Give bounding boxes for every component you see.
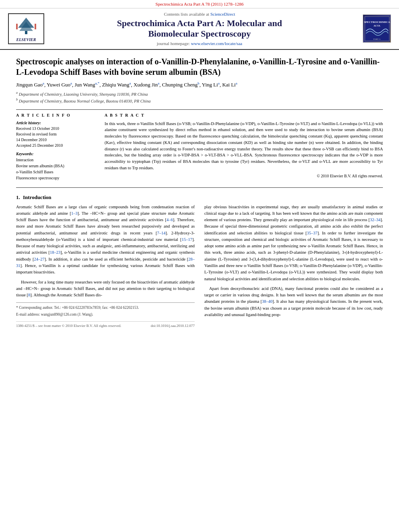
journal-header: ELSEVIER Contents lists available at Sci…: [0, 8, 399, 50]
journal-title: Spectrochimica Acta Part A: Molecular an…: [44, 18, 355, 39]
footnote-email: E-mail address: wangjun890@126.com (J. W…: [16, 312, 195, 317]
keyword-3: o-Vanillin Schiff Bases: [16, 169, 97, 175]
article-history: Article history: Received 13 October 201…: [16, 121, 97, 148]
section1-number: 1.: [16, 194, 20, 200]
article-info-panel: A R T I C L E I N F O Article history: R…: [16, 113, 97, 184]
footnote-area: * Corresponding author. Tel.: +86 024 62…: [16, 302, 195, 317]
affiliation-a: a Department of Chemistry, Liaoning Univ…: [16, 90, 383, 97]
affiliation-b: b Department of Chemistry, Baotou Normal…: [16, 97, 383, 104]
contents-available-line: Contents lists available at ScienceDirec…: [44, 12, 355, 16]
main-content: Spectroscopic analyses on interaction of…: [0, 50, 399, 337]
svg-rect-5: [35, 24, 36, 29]
article-info-heading: A R T I C L E I N F O: [16, 113, 97, 117]
abstract-heading: A B S T R A C T: [105, 113, 383, 117]
footer-doi: doi:10.1016/j.saa.2010.12.077: [151, 323, 195, 329]
journal-citation: Spectrochimica Acta Part A 78 (2011) 127…: [156, 2, 244, 6]
page-container: Spectrochimica Acta Part A 78 (2011) 127…: [0, 0, 399, 532]
body-two-col: Aromatic Schiff Bases are a large class …: [16, 204, 383, 329]
keywords-list: Interaction Bovine serum albumin (BSA) o…: [16, 157, 97, 181]
received-date: Received 13 October 2010: [16, 126, 97, 131]
journal-homepage: journal homepage: www.elsevier.com/locat…: [44, 41, 355, 46]
affiliations: a Department of Chemistry, Liaoning Univ…: [16, 90, 383, 105]
sciencedirect-link[interactable]: ScienceDirect: [210, 12, 235, 16]
body-para-2: However, for a long time many researches…: [16, 279, 195, 299]
contents-text: Contents lists available at: [164, 12, 210, 16]
authors-line: Jingqun Gaoa, Yuwei Guoa, Jun Wanga,*, Z…: [16, 81, 383, 88]
keyword-2: Bovine serum albumin (BSA): [16, 163, 97, 169]
elsevier-wordmark: ELSEVIER: [11, 37, 41, 42]
svg-rect-4: [16, 24, 18, 29]
top-bar: Spectrochimica Acta Part A 78 (2011) 127…: [0, 0, 399, 8]
divider-top: [16, 109, 383, 110]
svg-text:ACTA: ACTA: [373, 25, 380, 27]
elsevier-logo-left: ELSEVIER: [8, 13, 44, 44]
body-para-4: Apart from deoxyribonucleic acid (DNA), …: [204, 286, 383, 318]
history-label: Article history:: [16, 121, 97, 125]
abstract-text: In this work, three o-Vanillin Schiff Ba…: [105, 121, 383, 171]
svg-text:SPECTROCHIMICA: SPECTROCHIMICA: [364, 21, 390, 24]
keywords-section: Keywords: Interaction Bovine serum album…: [16, 152, 97, 181]
section1-heading: 1. Introduction: [16, 194, 383, 201]
elsevier-box: ELSEVIER: [8, 13, 44, 44]
body-para-1: Aromatic Schiff Bases are a large class …: [16, 204, 195, 276]
specta-journal-icon: SPECTROCHIMICA ACTA PART A: [364, 16, 390, 42]
footnote-star: * Corresponding author. Tel.: +86 024 62…: [16, 305, 195, 310]
article-title: Spectroscopic analyses on interaction of…: [16, 56, 383, 77]
received-revised-label: Received in revised form: [16, 131, 97, 137]
journal-header-center: Contents lists available at ScienceDirec…: [44, 12, 355, 46]
keyword-4: Fluorescence spectroscopy: [16, 175, 97, 181]
homepage-label: journal homepage:: [157, 41, 190, 46]
elsevier-tree-icon: [12, 16, 40, 36]
specta-icon: SPECTROCHIMICA ACTA PART A: [363, 14, 391, 43]
copyright-notice: © 2010 Elsevier B.V. All rights reserved…: [105, 174, 383, 178]
footer-bar: 1386-4251/$ – see front matter © 2010 El…: [16, 321, 195, 329]
abstract-panel: A B S T R A C T In this work, three o-Va…: [105, 113, 383, 184]
footer-issn: 1386-4251/$ – see front matter © 2010 El…: [16, 323, 121, 329]
svg-rect-3: [25, 31, 27, 34]
svg-text:PART A: PART A: [373, 38, 380, 40]
keyword-1: Interaction: [16, 157, 97, 163]
keywords-label: Keywords:: [16, 152, 97, 156]
body-para-3: play obvious bioactivities in experiment…: [204, 204, 383, 282]
section1-title: Introduction: [23, 194, 51, 200]
revised-date: 14 December 2010: [16, 137, 97, 143]
body-col-right: play obvious bioactivities in experiment…: [204, 204, 383, 329]
info-abstract-section: A R T I C L E I N F O Article history: R…: [16, 113, 383, 184]
specta-logo-right: SPECTROCHIMICA ACTA PART A: [355, 14, 391, 43]
homepage-url[interactable]: www.elsevier.com/locate/saa: [191, 41, 243, 46]
accepted-date: Accepted 25 December 2010: [16, 143, 97, 148]
divider-bottom: [16, 187, 383, 188]
body-col-left: Aromatic Schiff Bases are a large class …: [16, 204, 195, 329]
